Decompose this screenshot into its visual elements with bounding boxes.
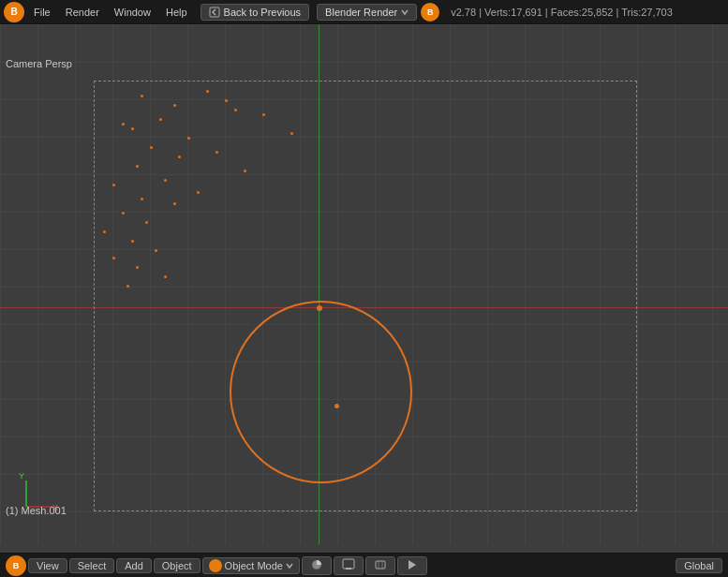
particle (159, 118, 162, 121)
particle (145, 221, 148, 224)
top-menu-bar: B File Render Window Help Back to Previo… (0, 0, 728, 24)
blender-icon: B (421, 3, 439, 22)
mode-chevron-icon (286, 562, 293, 570)
particle (112, 257, 115, 259)
svg-rect-57 (376, 561, 385, 569)
particle (234, 109, 237, 111)
scene-button[interactable] (365, 556, 395, 575)
back-to-previous-button[interactable]: Back to Previous (201, 4, 310, 21)
particle (131, 127, 134, 130)
mesh-info: (1) Mesh.001 (6, 505, 67, 516)
render-menu[interactable]: Render (60, 5, 105, 20)
particle (197, 191, 200, 194)
particle (164, 179, 167, 182)
particle (206, 90, 209, 93)
object-mode-button[interactable]: Object Mode (202, 557, 300, 574)
svg-text:Y: Y (19, 471, 24, 481)
particle (215, 151, 218, 154)
svg-rect-56 (346, 568, 351, 570)
blender-icon-bottom: B (6, 555, 26, 576)
render-icon (342, 558, 355, 571)
chevron-down-icon (401, 8, 409, 16)
svg-rect-55 (343, 559, 354, 569)
object-menu-bottom[interactable]: Object (154, 558, 201, 573)
small-dot (334, 404, 339, 408)
global-transform-button[interactable]: Global (676, 558, 722, 573)
particle (141, 95, 143, 97)
svg-rect-0 (210, 7, 219, 17)
viewport-shading-icon (310, 558, 323, 571)
particle (103, 230, 106, 233)
particle (126, 285, 129, 288)
particle (150, 146, 153, 149)
mode-icon (209, 559, 222, 572)
game-icon (406, 558, 419, 571)
add-menu-bottom[interactable]: Add (116, 558, 152, 573)
particle (187, 137, 190, 140)
particle (131, 240, 134, 243)
particle (164, 275, 167, 278)
svg-marker-60 (409, 560, 416, 570)
particle (225, 99, 228, 102)
particle (136, 266, 139, 269)
particle (155, 249, 157, 252)
camera-label: Camera Persp (6, 58, 72, 69)
particle (262, 113, 265, 116)
particle (112, 184, 115, 186)
blender-logo: B (4, 2, 24, 22)
file-menu[interactable]: File (28, 5, 56, 20)
origin-dot (317, 305, 322, 311)
viewport[interactable]: Camera Persp (0, 24, 728, 544)
version-info: v2.78 | Verts:17,691 | Faces:25,852 | Tr… (451, 7, 673, 18)
render-engine-button[interactable]: Blender Render (317, 4, 417, 21)
particle (173, 104, 176, 107)
select-menu-bottom[interactable]: Select (69, 558, 115, 573)
particle (122, 123, 125, 126)
particle (173, 202, 176, 205)
render-icon-button[interactable] (334, 556, 364, 575)
particle (141, 198, 143, 200)
help-menu[interactable]: Help (160, 5, 193, 20)
particle (122, 212, 125, 215)
particle (244, 170, 246, 172)
view-menu-bottom[interactable]: View (28, 558, 67, 573)
status-bar: B View Select Add Object Object Mode (0, 553, 728, 577)
particle (178, 155, 181, 158)
back-icon (209, 7, 220, 18)
scene-icon (374, 558, 387, 571)
circle-object (230, 301, 412, 483)
particle (136, 165, 139, 168)
viewport-shading-button[interactable] (302, 556, 332, 575)
particle (290, 132, 293, 135)
window-menu[interactable]: Window (109, 5, 156, 20)
game-engine-button[interactable] (397, 556, 427, 575)
